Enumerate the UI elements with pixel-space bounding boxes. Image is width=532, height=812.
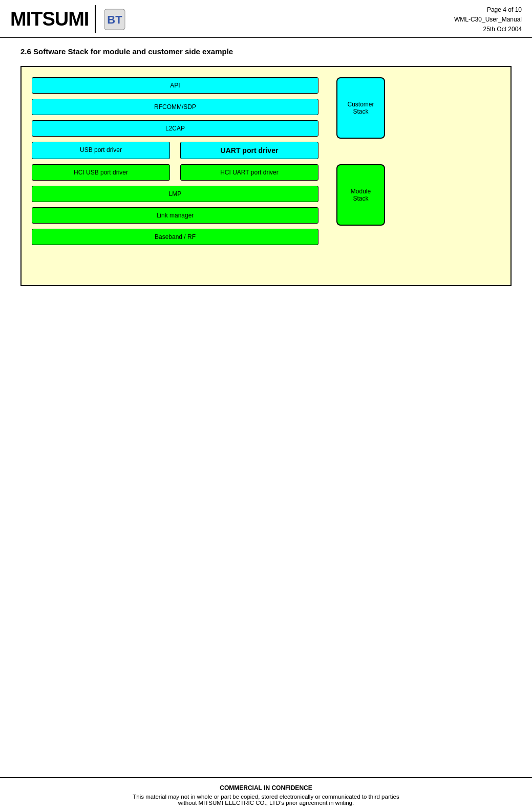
logo-icon: BT xyxy=(102,7,127,32)
hci-uart-label: HCI UART port driver xyxy=(220,169,279,176)
l2cap-label: L2CAP xyxy=(165,125,185,132)
module-stack-label: Module Stack xyxy=(351,188,371,202)
page-info-line2: WML-C30_User_Manual xyxy=(454,15,522,25)
header-info: Page 4 of 10 WML-C30_User_Manual 25th Oc… xyxy=(454,5,522,35)
module-stack-box: Module Stack xyxy=(336,164,385,226)
section-title: 2.6 Software Stack for module and custom… xyxy=(0,38,532,61)
uart-driver-box: UART port driver xyxy=(180,142,318,159)
usb-driver-label: USB port driver xyxy=(80,146,122,153)
customer-stack-box: Customer Stack xyxy=(336,77,385,139)
driver-row: USB port driver UART port driver xyxy=(32,142,318,159)
rfcomm-box: RFCOMM/SDP xyxy=(32,99,318,115)
right-stacks: Customer Stack Module Stack xyxy=(336,77,388,226)
hci-usb-label: HCI USB port driver xyxy=(74,169,128,176)
hci-row: HCI USB port driver HCI UART port driver xyxy=(32,164,318,181)
hci-usb-box: HCI USB port driver xyxy=(32,164,170,181)
baseband-box: Baseband / RF xyxy=(32,229,318,245)
content-spacer xyxy=(0,291,532,690)
hci-uart-box: HCI UART port driver xyxy=(180,164,318,181)
customer-stack-label: Customer Stack xyxy=(347,101,374,115)
rfcomm-label: RFCOMM/SDP xyxy=(154,103,196,111)
logo-text: MITSUMI xyxy=(10,8,89,30)
diagram-inner: API RFCOMM/SDP L2CAP USB port driver UAR… xyxy=(32,77,500,250)
header: MITSUMI BT Page 4 of 10 WML-C30_User_Man… xyxy=(0,0,532,38)
page-info-line1: Page 4 of 10 xyxy=(454,5,522,15)
api-label: API xyxy=(170,82,180,89)
usb-driver-box: USB port driver xyxy=(32,142,170,159)
footer-text-line2: without MITSUMI ELECTRIC CO., LTD’s prio… xyxy=(10,800,522,806)
lmp-box: LMP xyxy=(32,186,318,202)
left-stack: API RFCOMM/SDP L2CAP USB port driver UAR… xyxy=(32,77,318,250)
api-box: API xyxy=(32,77,318,94)
link-manager-box: Link manager xyxy=(32,207,318,224)
l2cap-box: L2CAP xyxy=(32,120,318,137)
logo-area: MITSUMI BT xyxy=(10,5,127,33)
footer: COMMERCIAL IN CONFIDENCE This material m… xyxy=(0,777,532,812)
baseband-label: Baseband / RF xyxy=(155,233,196,240)
uart-driver-label: UART port driver xyxy=(221,146,279,155)
svg-text:BT: BT xyxy=(108,13,123,26)
diagram-wrapper: API RFCOMM/SDP L2CAP USB port driver UAR… xyxy=(20,66,512,286)
link-manager-label: Link manager xyxy=(157,212,194,219)
stack-gap xyxy=(336,149,388,164)
page-info-line3: 25th Oct 2004 xyxy=(454,25,522,34)
lmp-label: LMP xyxy=(169,190,182,197)
footer-title: COMMERCIAL IN CONFIDENCE xyxy=(10,784,522,792)
logo-divider xyxy=(95,5,96,33)
footer-text-line1: This material may not in whole or part b… xyxy=(10,794,522,800)
